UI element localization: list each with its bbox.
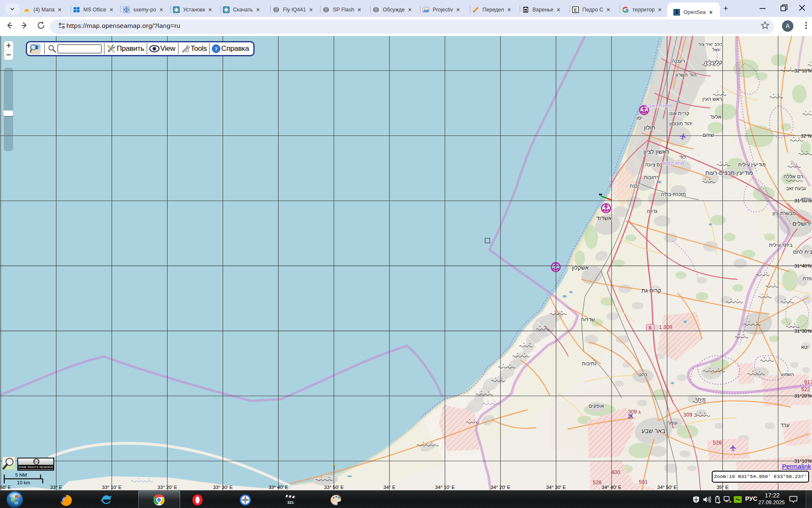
svg-text:שדרות: שדרות <box>581 317 595 323</box>
svg-text:33° 10' E: 33° 10' E <box>102 485 122 490</box>
svg-text:גדרה: גדרה <box>647 208 657 214</box>
svg-text:34° E: 34° E <box>384 485 396 490</box>
svg-text:יפו: יפו <box>636 115 642 121</box>
svg-text:מחוז תל אביב: מחוז תל אביב <box>645 103 672 108</box>
svg-text:ראש העין: ראש העין <box>702 96 722 102</box>
svg-text:33° 20' E: 33° 20' E <box>157 485 177 490</box>
svg-text:אופקים: אופקים <box>589 403 604 409</box>
svg-text:309 ג: 309 ג <box>628 409 641 415</box>
svg-text:33° 50' E: 33° 50' E <box>324 485 344 490</box>
svg-text:309 ב: 309 ב <box>683 412 697 418</box>
svg-text:CC: CC <box>34 460 39 464</box>
svg-text:לוד: לוד <box>679 154 686 160</box>
svg-text:השמוע: השמוע <box>781 372 794 377</box>
svg-text:522: 522 <box>801 387 810 392</box>
svg-text:34° 20' E: 34° 20' E <box>491 485 510 490</box>
svg-text:קלקיליה: קלקיליה <box>704 59 722 66</box>
svg-text:321: 321 <box>287 500 294 505</box>
svg-text:526: 526 <box>713 440 722 446</box>
svg-text:אפרת: אפרת <box>803 276 812 281</box>
svg-text:35° E: 35° E <box>716 485 729 490</box>
svg-text:יהוד מונוסון: יהוד מונוסון <box>669 121 692 126</box>
svg-text:כוכב יאיר צור: כוכב יאיר צור <box>698 41 723 47</box>
svg-text:באר שבע: באר שבע <box>642 428 666 434</box>
svg-text:נתיבות: נתיבות <box>582 361 596 367</box>
svg-text:E: E <box>574 7 577 13</box>
svg-text:32°N: 32°N <box>801 133 812 138</box>
svg-text:1 309: 1 309 <box>659 324 672 330</box>
svg-text:מחוז המרכז: מחוז המרכז <box>661 161 684 166</box>
svg-text:31°30'N: 31°30'N <box>794 329 812 334</box>
svg-text:ביתר עילית: ביתר עילית <box>769 242 793 248</box>
svg-text:שוהם: שוהם <box>702 132 714 138</box>
svg-text:יטא: יטא <box>801 344 809 350</box>
svg-text:מזכרת בתיה: מזכרת בתיה <box>661 192 686 197</box>
svg-text:רהט: רהט <box>638 372 647 378</box>
svg-text:33° 40' E: 33° 40' E <box>269 485 288 490</box>
svg-text:34° 40' E: 34° 40' E <box>602 485 622 490</box>
svg-text:יגאל: יגאל <box>713 47 721 52</box>
svg-text:עומר: עומר <box>667 420 678 425</box>
svg-text:526: 526 <box>593 480 602 486</box>
svg-text:400: 400 <box>612 469 620 475</box>
svg-text:חולון: חולון <box>644 124 656 131</box>
svg-text:קריית אונו: קריית אונו <box>669 111 689 116</box>
svg-text:ערד: ערד <box>780 422 790 428</box>
svg-text:31°20'N: 31°20'N <box>794 393 812 398</box>
svg-text:בית לחם: בית לחם <box>793 249 812 255</box>
svg-text:34° 30' E: 34° 30' E <box>546 485 566 490</box>
svg-text:רחובות: רחובות <box>644 174 659 180</box>
svg-text:נס ציונה: נס ציונה <box>645 162 661 167</box>
svg-text:רם אללה: רם אללה <box>784 174 804 179</box>
svg-text:33° 30' E: 33° 30' E <box>213 485 233 490</box>
svg-text:ירושלים: ירושלים <box>792 220 811 227</box>
svg-text:רעננה: רעננה <box>672 58 685 64</box>
svg-text:הוד השרון: הוד השרון <box>675 72 697 78</box>
svg-text:גבעת זאב: גבעת זאב <box>786 186 806 191</box>
svg-text:50' E: 50' E <box>0 485 11 490</box>
svg-text:ראשון לציון: ראשון לציון <box>643 149 669 155</box>
svg-text:אשקלון: אשקלון <box>572 265 589 271</box>
svg-text:יבנה: יבנה <box>630 183 639 189</box>
svg-text:אלעד: אלעד <box>710 114 721 120</box>
svg-text:501: 501 <box>639 479 648 485</box>
svg-text:32°10'N: 32°10'N <box>794 68 812 73</box>
svg-text:33° E: 33° E <box>50 485 63 490</box>
svg-text:קרית גת: קרית גת <box>642 287 661 294</box>
svg-text:אשדוד: אשדוד <box>596 215 612 221</box>
svg-text:מודיעין-מכבים-רעות: מודיעין-מכבים-רעות <box>705 170 753 176</box>
svg-text:6: 6 <box>649 325 651 330</box>
svg-text:31°40'N: 31°40'N <box>794 263 812 268</box>
svg-text:34° 50' E: 34° 50' E <box>657 485 677 490</box>
svg-text:?: ? <box>215 46 218 52</box>
svg-text:ענתא: ענתא <box>801 196 811 201</box>
svg-text:מודיעין עילית: מודיעין עילית <box>738 162 765 168</box>
svg-text:34° 10' E: 34° 10' E <box>435 485 455 490</box>
svg-text:מיתר: מיתר <box>695 397 706 402</box>
svg-text:917: 917 <box>804 379 812 385</box>
svg-text:מבשרת ציון: מבשרת ציון <box>772 211 796 216</box>
